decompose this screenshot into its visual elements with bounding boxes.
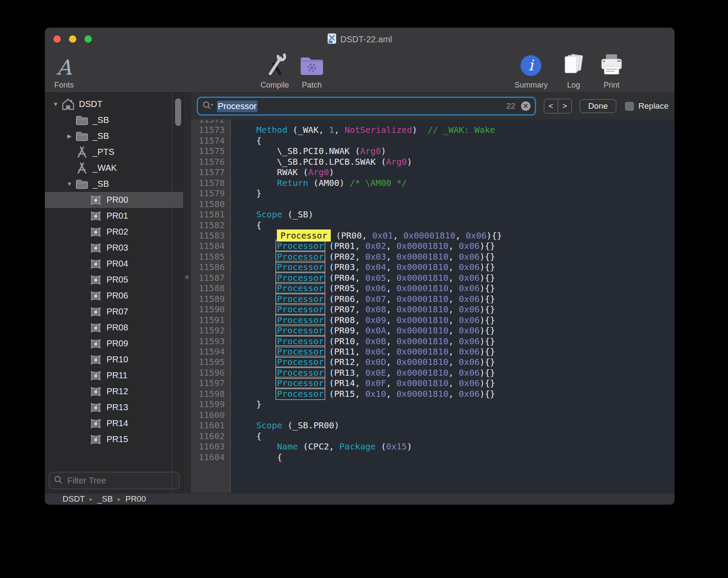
- tree-item-label: PR11: [107, 371, 128, 380]
- sidebar-item-_pts[interactable]: _PTS: [45, 144, 183, 160]
- compile-button[interactable]: Compile: [260, 50, 289, 90]
- search-field[interactable]: Processor 22 ✕: [197, 97, 536, 116]
- log-label: Log: [567, 81, 580, 90]
- clear-search-button[interactable]: ✕: [521, 101, 530, 111]
- sidebar-item-pr02[interactable]: PR02: [45, 224, 183, 240]
- fonts-icon: A: [56, 56, 72, 79]
- splitter-handle-icon[interactable]: [185, 275, 189, 279]
- chevron-right-icon[interactable]: ▶: [64, 133, 75, 139]
- folder-icon: [75, 115, 89, 126]
- code-line: 11603 Name (CPC2, Package (0x15): [191, 441, 675, 452]
- sidebar-item-_sb[interactable]: _SB: [45, 112, 183, 128]
- filter-field[interactable]: [49, 472, 179, 489]
- sidebar-item-_wak[interactable]: _WAK: [45, 160, 183, 176]
- sidebar-item-pr10[interactable]: PR10: [45, 352, 183, 368]
- tree-item-label: PR04: [107, 259, 128, 269]
- sidebar-item-pr04[interactable]: PR04: [45, 256, 183, 272]
- code-line: 11586 Processor (PR03, 0x04, 0x00001810,…: [191, 262, 675, 272]
- line-number: 11593: [191, 336, 230, 346]
- sidebar-item-pr11[interactable]: PR11: [45, 368, 183, 383]
- processor-icon: [89, 386, 103, 397]
- summary-button[interactable]: i Summary: [515, 50, 548, 90]
- tree-item-label: PR15: [107, 434, 128, 444]
- line-number: 11573: [191, 125, 230, 135]
- sidebar-item-pr09[interactable]: PR09: [45, 336, 183, 352]
- done-button[interactable]: Done: [580, 99, 616, 113]
- chevron-down-icon[interactable]: ▼: [50, 101, 61, 107]
- breadcrumb-item[interactable]: _SB: [97, 494, 113, 504]
- sidebar-item-pr12[interactable]: PR12: [45, 383, 183, 399]
- sidebar-splitter[interactable]: [183, 93, 191, 493]
- tree-item-label: _WAK: [93, 163, 117, 173]
- code-line: 11592 Processor (PR09, 0x0A, 0x00001810,…: [191, 325, 675, 336]
- line-number: 11589: [191, 294, 230, 304]
- sidebar-item-pr13[interactable]: PR13: [45, 399, 183, 415]
- code-line: 11581 Scope (_SB): [191, 209, 675, 220]
- sidebar-item-pr06[interactable]: PR06: [45, 288, 183, 304]
- compile-label: Compile: [260, 81, 289, 90]
- breadcrumb-item[interactable]: DSDT: [63, 494, 85, 504]
- line-number: 11572: [191, 119, 230, 125]
- tree-item-label: PR08: [107, 323, 128, 333]
- code-line: 11582 {: [191, 220, 675, 230]
- processor-icon: [89, 258, 103, 270]
- close-button[interactable]: [53, 35, 61, 43]
- search-icon: [54, 475, 63, 486]
- replace-checkbox[interactable]: [625, 102, 634, 111]
- log-button[interactable]: Log: [562, 50, 586, 90]
- line-number: 11598: [191, 389, 230, 399]
- patch-button[interactable]: Patch: [299, 50, 324, 90]
- home-icon: [61, 98, 75, 110]
- find-bar: Processor 22 ✕ < > Done Replace: [191, 93, 675, 119]
- code-line: 11577 RWAK (Arg0): [191, 167, 675, 177]
- next-match-button[interactable]: >: [558, 99, 571, 113]
- previous-match-button[interactable]: <: [544, 99, 558, 113]
- tree-item-label: _SB: [93, 179, 109, 189]
- code-line: 11601 Scope (_SB.PR00): [191, 420, 675, 430]
- chevron-down-icon[interactable]: ▼: [64, 181, 75, 187]
- sidebar-item-dsdt[interactable]: ▼DSDT: [45, 96, 183, 112]
- sidebar-item-pr01[interactable]: PR01: [45, 208, 183, 224]
- minimize-button[interactable]: [69, 35, 76, 43]
- sidebar-item-pr00[interactable]: PR00: [45, 192, 183, 208]
- search-input[interactable]: Processor: [217, 101, 257, 112]
- code-editor[interactable]: 1157211573 Method (_WAK, 1, NotSerialize…: [191, 119, 675, 493]
- code-line: 11593 Processor (PR10, 0x0B, 0x00001810,…: [191, 336, 675, 346]
- fonts-label: Fonts: [54, 81, 74, 90]
- processor-icon: [89, 418, 103, 429]
- line-number: 11595: [191, 357, 230, 367]
- titlebar[interactable]: DSDT-22.aml: [45, 28, 675, 47]
- sidebar-item-pr08[interactable]: PR08: [45, 320, 183, 336]
- line-number: 11602: [191, 431, 230, 441]
- fonts-button[interactable]: A Fonts: [54, 50, 74, 90]
- patch-label: Patch: [302, 81, 322, 90]
- line-number: 11583: [191, 230, 230, 241]
- sidebar-item-pr05[interactable]: PR05: [45, 272, 183, 288]
- sidebar-item-_sb[interactable]: ▼_SB: [45, 176, 183, 192]
- code-line: 11599 }: [191, 399, 675, 409]
- sidebar-tree[interactable]: ▼DSDT_SB▶_SB_PTS_WAK▼_SBPR00PR01PR02PR03…: [45, 93, 183, 469]
- code-line: 11596 Processor (PR13, 0x0E, 0x00001810,…: [191, 368, 675, 378]
- code-line: 11589 Processor (PR06, 0x07, 0x00001810,…: [191, 294, 675, 304]
- folder-icon: [75, 131, 89, 141]
- zoom-button[interactable]: [85, 35, 92, 43]
- sidebar-scrollbar-thumb[interactable]: [175, 98, 181, 126]
- match-count: 22: [506, 101, 515, 111]
- tree-item-label: _PTS: [93, 147, 114, 157]
- sidebar-item-_sb[interactable]: ▶_SB: [45, 128, 183, 144]
- tree-item-label: _SB: [93, 131, 109, 141]
- search-options-button[interactable]: [202, 101, 214, 112]
- sidebar-item-pr15[interactable]: PR15: [45, 431, 183, 447]
- sidebar-item-pr03[interactable]: PR03: [45, 240, 183, 256]
- print-button[interactable]: Print: [599, 50, 624, 90]
- line-number: 11586: [191, 262, 230, 272]
- sidebar-scrollbar-track[interactable]: [172, 93, 183, 493]
- sidebar-item-pr07[interactable]: PR07: [45, 304, 183, 320]
- tree-item-label: PR03: [107, 243, 128, 253]
- tree-item-label: PR05: [107, 275, 128, 285]
- sidebar-item-pr14[interactable]: PR14: [45, 415, 183, 431]
- filter-tree-input[interactable]: [66, 475, 174, 486]
- code-line: 11584 Processor (PR01, 0x02, 0x00001810,…: [191, 241, 675, 251]
- breadcrumb-item[interactable]: PR00: [126, 494, 146, 504]
- method-icon: [75, 162, 89, 174]
